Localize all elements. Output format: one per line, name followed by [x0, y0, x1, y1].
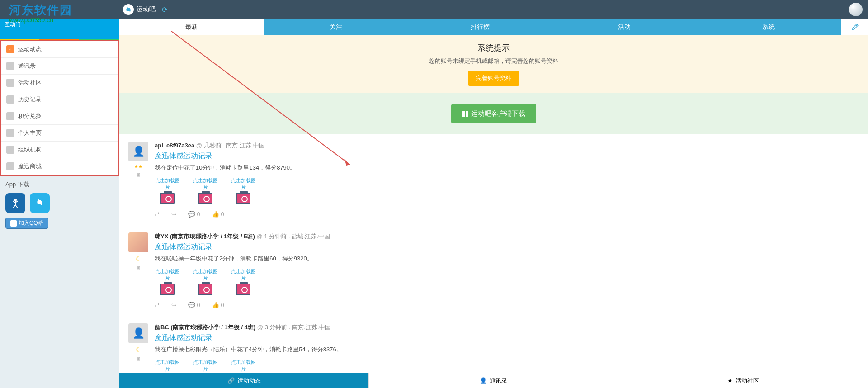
thumb-label: 点击加载图片 [155, 268, 180, 282]
nav-label: 积分兑换 [18, 112, 42, 120]
feed-post: 👤 ★★ ♜ apl_e8f97a3ea @ 几秒前 . 南京.江苏.中国 魔迅… [119, 134, 868, 225]
share-button[interactable]: ↪ [171, 211, 176, 218]
post-avatar[interactable]: 👤 [128, 323, 148, 343]
thumb-label: 点击加载图片 [231, 359, 256, 373]
nav-label: 个人主页 [18, 129, 42, 137]
post-user-extra: (南京市琅琊路小学 / 1年级 / 4班) [169, 324, 255, 331]
app-header: 运动吧 ⟳ [0, 0, 868, 19]
bottom-tab-0[interactable]: 🔗运动动态 [119, 373, 369, 388]
rank-stars-icon: ★★ [134, 164, 142, 169]
svg-point-0 [14, 199, 17, 201]
nav-label: 历史记录 [18, 95, 42, 104]
like-button[interactable]: 👍 0 [212, 211, 224, 218]
user-avatar[interactable] [849, 3, 863, 16]
sidebar-item-3[interactable]: 历史记录 [1, 91, 118, 108]
thumb-label: 点击加载图片 [231, 268, 256, 282]
camera-icon [236, 193, 250, 204]
tab-4[interactable]: 系统 [697, 19, 841, 35]
feed-post: ☾ ♜ 韩YX (南京市琅琊路小学 / 1年级 / 5班) @ 1 分钟前 . … [119, 225, 868, 316]
tab-0[interactable]: 最新 [119, 19, 264, 35]
brand-logo-icon [123, 4, 134, 15]
join-qq-button[interactable]: 加入QQ群 [5, 218, 48, 229]
qq-icon [10, 220, 17, 227]
post-actions: ⇄ ↪ 💬 0 👍 0 [155, 302, 859, 308]
image-thumb[interactable]: 点击加载图片 [193, 268, 218, 295]
post-username[interactable]: 韩YX [155, 233, 168, 240]
post-time: 1 分钟前 [264, 233, 287, 240]
post-title-link[interactable]: 魔迅体感运动记录 [155, 242, 859, 252]
thumb-label: 点击加载图片 [193, 268, 218, 282]
post-avatar-column: ☾ ♜ [128, 232, 148, 308]
bottom-tab-2[interactable]: ★活动社区 [618, 373, 868, 388]
nav-label: 活动社区 [18, 79, 42, 87]
sidebar-nav: ⌂运动动态通讯录活动社区历史记录积分兑换个人主页组织机构魔迅商城 [0, 40, 119, 176]
image-thumb[interactable]: 点击加载图片 [155, 268, 180, 295]
rank-moon-icon: ☾ [136, 255, 142, 262]
badge-icon: ♜ [136, 356, 141, 362]
btab-label: 运动动态 [237, 377, 261, 385]
download-client-button[interactable]: 运动吧客户端下载 [451, 104, 536, 123]
refresh-icon[interactable]: ⟳ [162, 5, 168, 14]
rank-moon-icon: ☾ [136, 346, 142, 353]
post-location: 南京.江苏.中国 [292, 324, 330, 331]
nav-icon [6, 62, 14, 70]
post-title-link[interactable]: 魔迅体感运动记录 [155, 333, 859, 343]
bottom-tab-1[interactable]: 👤通讯录 [369, 373, 618, 388]
sidebar-item-7[interactable]: 魔迅商城 [1, 158, 118, 175]
complete-profile-button[interactable]: 完善账号资料 [468, 71, 519, 86]
sidebar-item-5[interactable]: 个人主页 [1, 125, 118, 142]
image-thumb[interactable]: 点击加载图片 [155, 177, 180, 204]
sidebar-item-0[interactable]: ⌂运动动态 [1, 41, 118, 58]
post-actions: ⇄ ↪ 💬 0 👍 0 [155, 211, 859, 218]
tab-3[interactable]: 活动 [552, 19, 697, 35]
badge-icon: ♜ [136, 172, 141, 178]
retweet-button[interactable]: ⇄ [155, 211, 160, 218]
camera-icon [198, 284, 212, 295]
post-username[interactable]: 颜BC [155, 324, 169, 331]
image-thumb[interactable]: 点击加载图片 [231, 177, 256, 204]
retweet-button[interactable]: ⇄ [155, 302, 160, 308]
post-time: 几秒前 [204, 142, 222, 149]
sidebar-item-1[interactable]: 通讯录 [1, 58, 118, 75]
brand[interactable]: 运动吧 ⟳ [123, 4, 168, 15]
post-text: 我在定位中花了10分钟，消耗卡路里134，得分8790。 [155, 164, 859, 172]
camera-icon [198, 193, 212, 204]
bottom-tab-bar: 🔗运动动态👤通讯录★活动社区 [119, 373, 868, 388]
nav-label: 组织机构 [18, 146, 42, 154]
notice-text: 您的账号未绑定手机或邮箱，请完善您的账号资料 [127, 57, 861, 65]
at-symbol: @ [196, 142, 204, 149]
sidebar-item-4[interactable]: 积分兑换 [1, 108, 118, 125]
post-location: 盐城.江苏.中国 [292, 233, 330, 240]
at-symbol: @ [257, 324, 265, 331]
app-download-label: App 下载 [0, 176, 119, 193]
post-avatar[interactable] [128, 232, 148, 252]
thumb-label: 点击加载图片 [155, 359, 180, 373]
sidebar-item-6[interactable]: 组织机构 [1, 142, 118, 158]
tab-1[interactable]: 关注 [264, 19, 408, 35]
image-thumb[interactable]: 点击加载图片 [193, 177, 218, 204]
download-label: 运动吧客户端下载 [471, 109, 525, 118]
comment-button[interactable]: 💬 0 [188, 302, 200, 308]
nav-icon [6, 146, 14, 154]
badge-icon: ♜ [136, 265, 141, 271]
nav-label: 通讯录 [18, 62, 36, 70]
nav-icon [6, 79, 14, 87]
like-button[interactable]: 👍 0 [212, 302, 224, 308]
feed-list: 👤 ★★ ♜ apl_e8f97a3ea @ 几秒前 . 南京.江苏.中国 魔迅… [119, 134, 868, 388]
post-username[interactable]: apl_e8f97a3ea [155, 142, 194, 149]
sidebar-item-2[interactable]: 活动社区 [1, 75, 118, 91]
thumb-label: 点击加载图片 [193, 359, 218, 373]
post-location: 南京.江苏.中国 [226, 142, 264, 149]
btab-label: 通讯录 [490, 377, 507, 385]
app-icon-android[interactable] [5, 193, 25, 213]
app-icon-ios[interactable] [30, 193, 50, 213]
share-button[interactable]: ↪ [171, 302, 176, 308]
post-avatar[interactable]: 👤 [128, 142, 148, 161]
nav-icon [6, 112, 14, 120]
image-thumb[interactable]: 点击加载图片 [231, 268, 256, 295]
tab-2[interactable]: 排行榜 [408, 19, 552, 35]
post-title-link[interactable]: 魔迅体感运动记录 [155, 151, 859, 161]
compose-icon [851, 24, 859, 31]
compose-button[interactable] [841, 19, 868, 35]
comment-button[interactable]: 💬 0 [188, 211, 200, 218]
